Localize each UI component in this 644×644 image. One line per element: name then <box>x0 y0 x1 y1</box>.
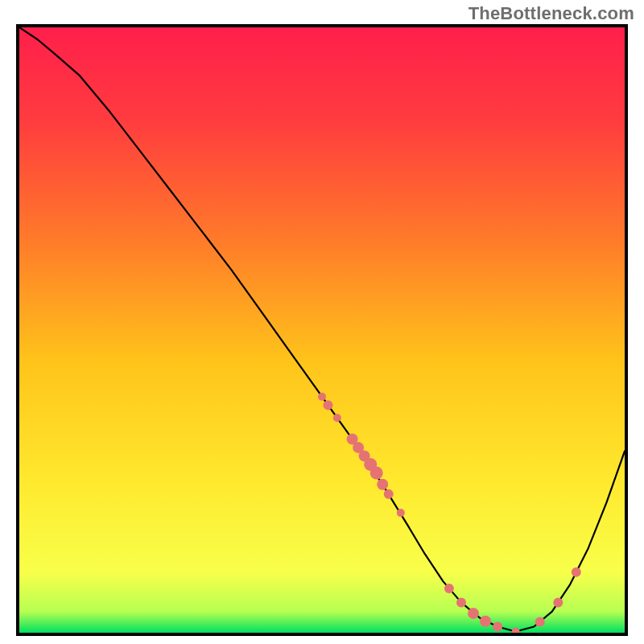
data-marker <box>318 393 326 401</box>
data-marker <box>397 509 405 517</box>
data-marker <box>384 489 394 499</box>
data-marker <box>535 617 545 627</box>
data-marker <box>468 608 479 619</box>
data-marker <box>324 400 333 410</box>
data-marker <box>572 568 581 577</box>
data-marker <box>493 622 502 632</box>
data-marker <box>456 597 466 607</box>
watermark-text: TheBottleneck.com <box>469 3 634 24</box>
gradient-background <box>19 27 625 633</box>
data-marker <box>553 597 563 607</box>
plot-svg <box>19 27 625 633</box>
data-marker <box>370 467 383 480</box>
chart-frame: TheBottleneck.com <box>0 0 644 644</box>
data-marker <box>333 414 341 422</box>
data-marker <box>377 479 388 490</box>
data-marker <box>480 616 491 627</box>
plot-area <box>16 24 628 636</box>
data-marker <box>444 584 454 593</box>
